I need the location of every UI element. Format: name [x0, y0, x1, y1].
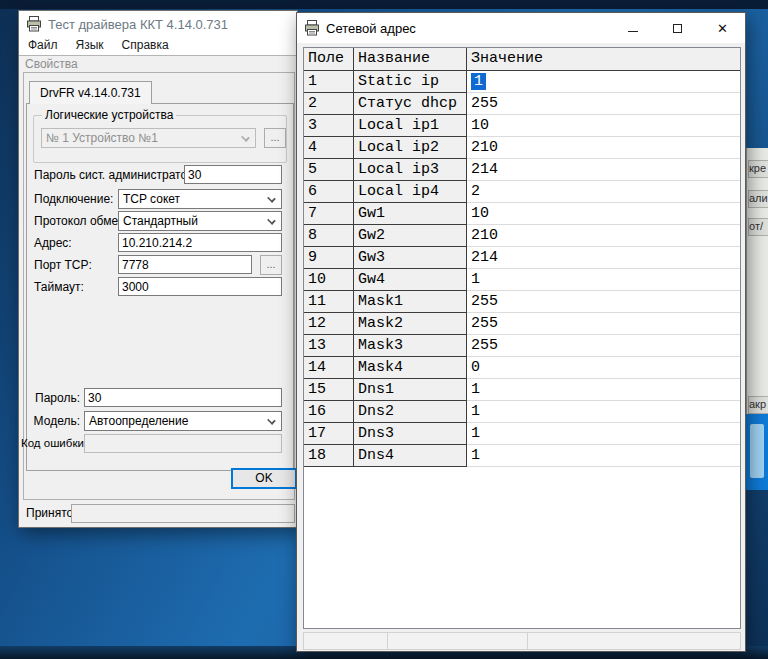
- table-row: 9Gw3214: [304, 247, 740, 269]
- cell-field-name: Static ip: [354, 71, 467, 93]
- properties-child-window: DrvFR v4.14.0.731 Логические устройства …: [23, 72, 295, 500]
- background-window-sliver: кре али от/ акр: [746, 148, 768, 414]
- main-window: Тест драйвера ККТ 4.14.0.731 Файл Язык С…: [18, 10, 298, 528]
- cell-field-value[interactable]: 255: [467, 291, 740, 313]
- connection-label: Подключение:: [34, 192, 113, 206]
- cell-field-number: 5: [304, 159, 354, 181]
- main-window-titlebar[interactable]: Тест драйвера ККТ 4.14.0.731: [19, 11, 297, 37]
- cell-field-value[interactable]: 255: [467, 93, 740, 115]
- cell-field-name: Mask2: [354, 313, 467, 335]
- menu-file[interactable]: Файл: [19, 37, 67, 55]
- printer-icon: [26, 16, 42, 32]
- accepted-label: Принято:: [26, 506, 77, 520]
- cell-field-number: 9: [304, 247, 354, 269]
- cell-field-number: 1: [304, 71, 354, 93]
- protocol-combo[interactable]: Стандартный: [118, 211, 282, 231]
- tcp-port-browse-button[interactable]: ...: [260, 255, 282, 275]
- cell-field-value[interactable]: 1: [467, 71, 740, 93]
- ok-button[interactable]: OK: [231, 468, 297, 489]
- header-field-value: Значение: [467, 48, 740, 71]
- close-button[interactable]: ✕: [700, 13, 745, 43]
- dialog-titlebar[interactable]: Сетевой адрес ✕: [297, 13, 745, 43]
- cell-field-value[interactable]: 1: [467, 379, 740, 401]
- cell-field-value[interactable]: 0: [467, 357, 740, 379]
- connection-combo[interactable]: TCP сокет: [118, 189, 282, 209]
- background-button-fragment[interactable]: от/: [748, 218, 768, 236]
- close-icon: ✕: [717, 22, 728, 35]
- selected-cell-text: 1: [471, 73, 486, 90]
- cell-field-value[interactable]: 10: [467, 203, 740, 225]
- cell-field-value[interactable]: 1: [467, 445, 740, 467]
- timeout-input[interactable]: [118, 277, 282, 296]
- cell-field-value[interactable]: 10: [467, 115, 740, 137]
- error-code-label: Код ошибки:: [21, 437, 80, 449]
- logical-devices-group: Логические устройства № 1 Устройство №1 …: [33, 115, 287, 163]
- table-row: 12Mask2255: [304, 313, 740, 335]
- cell-field-value[interactable]: 1: [467, 269, 740, 291]
- minimize-button[interactable]: [610, 13, 655, 43]
- maximize-button[interactable]: [655, 13, 700, 43]
- cell-field-name: Local ip2: [354, 137, 467, 159]
- minimize-icon: [628, 31, 638, 32]
- tcp-port-input[interactable]: [118, 255, 252, 274]
- logical-devices-label: Логические устройства: [42, 108, 176, 122]
- cell-field-number: 13: [304, 335, 354, 357]
- table-row: 10Gw41: [304, 269, 740, 291]
- cell-field-name: Gw1: [354, 203, 467, 225]
- connection-combo-value: TCP сокет: [123, 192, 180, 206]
- printer-icon: [304, 20, 320, 36]
- cell-field-value[interactable]: 1: [467, 423, 740, 445]
- background-button-fragment[interactable]: акр: [748, 396, 768, 414]
- model-label: Модель:: [27, 414, 80, 428]
- cell-field-name: Local ip4: [354, 181, 467, 203]
- cell-field-name: Mask1: [354, 291, 467, 313]
- error-code-field: [84, 434, 282, 453]
- cell-field-name: Dns4: [354, 445, 467, 467]
- table-row: 4Local ip2210: [304, 137, 740, 159]
- device-combo-value: № 1 Устройство №1: [46, 131, 158, 145]
- main-status-bar: Принято:: [19, 504, 297, 524]
- header-field-name: Название: [354, 48, 467, 71]
- cell-field-value[interactable]: 255: [467, 335, 740, 357]
- grid-header-row: ПолеНазваниеЗначение: [304, 48, 740, 71]
- dialog-status-bar: [303, 632, 741, 650]
- cell-field-name: Dns2: [354, 401, 467, 423]
- device-combo: № 1 Устройство №1: [41, 128, 256, 148]
- chevron-down-icon: [267, 416, 276, 425]
- status-panel: [388, 632, 528, 650]
- password-input[interactable]: [84, 388, 282, 407]
- background-button-fragment[interactable]: али: [748, 190, 768, 208]
- cell-field-value[interactable]: 210: [467, 137, 740, 159]
- background-button-fragment[interactable]: кре: [748, 160, 768, 178]
- cell-field-value[interactable]: 1: [467, 401, 740, 423]
- cell-field-number: 15: [304, 379, 354, 401]
- cell-field-name: Dns1: [354, 379, 467, 401]
- table-row: 6Local ip42: [304, 181, 740, 203]
- tab-drvfr[interactable]: DrvFR v4.14.0.731: [29, 81, 152, 104]
- chevron-down-icon: [241, 133, 250, 142]
- model-combo[interactable]: Автоопределение: [84, 411, 282, 431]
- admin-password-input[interactable]: [184, 165, 282, 184]
- menu-help[interactable]: Справка: [113, 37, 178, 55]
- address-input[interactable]: [118, 233, 282, 252]
- cell-field-number: 12: [304, 313, 354, 335]
- maximize-icon: [673, 24, 682, 33]
- cell-field-value[interactable]: 210: [467, 225, 740, 247]
- table-row: 7Gw110: [304, 203, 740, 225]
- cell-field-number: 6: [304, 181, 354, 203]
- network-grid[interactable]: ПолеНазваниеЗначение1Static ip12Статус d…: [303, 47, 741, 629]
- cell-field-value[interactable]: 214: [467, 247, 740, 269]
- menu-language[interactable]: Язык: [67, 37, 113, 55]
- cell-field-name: Gw4: [354, 269, 467, 291]
- cell-field-value[interactable]: 255: [467, 313, 740, 335]
- chevron-down-icon: [267, 194, 276, 203]
- tcp-port-label: Порт TCP:: [34, 258, 92, 272]
- cell-field-value[interactable]: 2: [467, 181, 740, 203]
- device-browse-button[interactable]: ...: [264, 128, 286, 148]
- table-row: 17Dns31: [304, 423, 740, 445]
- cell-field-number: 16: [304, 401, 354, 423]
- cell-field-number: 17: [304, 423, 354, 445]
- cell-field-number: 7: [304, 203, 354, 225]
- table-row: 16Dns21: [304, 401, 740, 423]
- cell-field-value[interactable]: 214: [467, 159, 740, 181]
